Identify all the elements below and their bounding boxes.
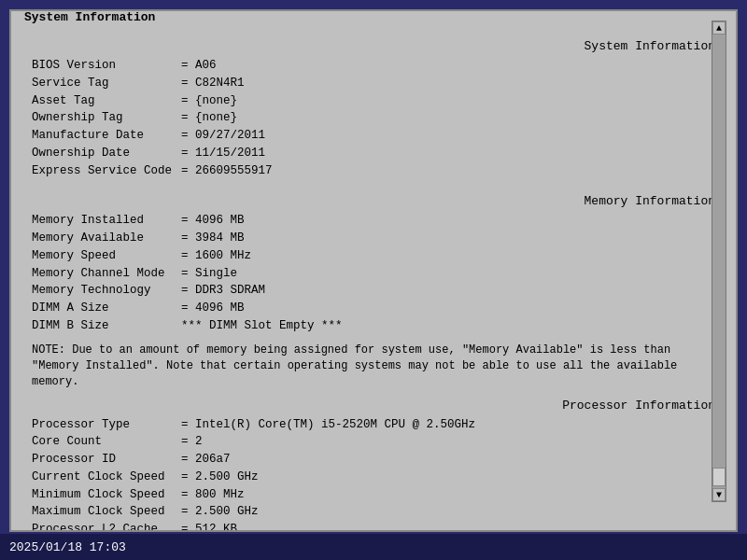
row-label: Memory Technology	[32, 282, 181, 300]
memory-section-header: Memory Information	[32, 194, 715, 208]
row-value: = 11/15/2011	[181, 145, 265, 162]
row-label: Current Clock Speed	[32, 469, 181, 486]
row-label: Ownership Tag	[32, 109, 181, 127]
table-row: Processor ID= 206a7	[32, 451, 715, 469]
row-label: Memory Installed	[32, 212, 181, 230]
table-row: DIMM A Size= 4096 MB	[32, 300, 715, 317]
table-row: Minimum Clock Speed= 800 MHz	[32, 486, 715, 504]
table-row: Memory Channel Mode= Single	[32, 265, 715, 283]
row-value: = 512 KB	[181, 521, 237, 532]
table-row: Express Service Code= 26609555917	[32, 162, 715, 180]
table-row: Maximum Clock Speed= 2.500 GHz	[32, 503, 715, 521]
row-label: Core Count	[32, 433, 181, 451]
table-row: Memory Available= 3984 MB	[32, 230, 715, 247]
table-row: BIOS Version= A06	[32, 57, 715, 75]
processor-info-rows: Processor Type= Intel(R) Core(TM) i5-252…	[32, 416, 715, 532]
table-row: Ownership Date= 11/15/2011	[32, 145, 715, 162]
table-row: Manufacture Date= 09/27/2011	[32, 127, 715, 145]
table-row: Memory Speed= 1600 MHz	[32, 247, 715, 265]
row-value: = 206a7	[181, 451, 231, 469]
row-value: = A06	[181, 57, 217, 75]
row-label: Processor Type	[32, 416, 181, 434]
row-label: Processor ID	[32, 451, 181, 469]
row-value: = 26609555917	[181, 162, 273, 180]
row-value: = {none}	[181, 109, 237, 127]
row-value: = Single	[181, 265, 237, 283]
system-section-header: System Information	[32, 39, 715, 53]
row-value: = 800 MHz	[181, 486, 245, 504]
row-label: Express Service Code	[32, 162, 181, 180]
table-row: DIMM B Size*** DIMM Slot Empty ***	[32, 317, 715, 335]
row-value: = 1600 MHz	[181, 247, 251, 265]
row-value: *** DIMM Slot Empty ***	[181, 317, 343, 335]
row-value: = 2	[181, 433, 203, 451]
taskbar-datetime: 2025/01/18 17:03	[9, 540, 126, 554]
table-row: Asset Tag= {none}	[32, 92, 715, 110]
row-label: DIMM B Size	[32, 317, 181, 335]
scroll-down-arrow[interactable]: ▼	[712, 488, 726, 501]
table-row: Processor L2 Cache= 512 KB	[32, 521, 715, 532]
row-label: Processor L2 Cache	[32, 521, 181, 532]
panel-title: System Information	[21, 10, 159, 24]
row-value: = {none}	[181, 92, 237, 110]
row-value: = 4096 MB	[181, 300, 245, 317]
row-value: = DDR3 SDRAM	[181, 282, 265, 300]
row-label: Minimum Clock Speed	[32, 486, 181, 504]
row-label: Ownership Date	[32, 145, 181, 162]
table-row: Memory Technology= DDR3 SDRAM	[32, 282, 715, 300]
table-row: Service Tag= C82N4R1	[32, 75, 715, 92]
row-label: Service Tag	[32, 75, 181, 92]
row-label: Memory Channel Mode	[32, 265, 181, 283]
row-label: Manufacture Date	[32, 127, 181, 145]
taskbar: 2025/01/18 17:03	[0, 534, 747, 560]
row-label: DIMM A Size	[32, 300, 181, 317]
row-label: Memory Available	[32, 230, 181, 247]
row-label: Asset Tag	[32, 92, 181, 110]
main-panel: System Information System Information BI…	[9, 9, 738, 532]
table-row: Ownership Tag= {none}	[32, 109, 715, 127]
row-value: = Intel(R) Core(TM) i5-2520M CPU @ 2.50G…	[181, 416, 475, 434]
row-value: = 2.500 GHz	[181, 503, 259, 521]
processor-section-header: Processor Information	[32, 399, 715, 413]
scroll-up-arrow[interactable]: ▲	[712, 21, 726, 35]
row-value: = 3984 MB	[181, 230, 245, 247]
row-label: Maximum Clock Speed	[32, 503, 181, 521]
memory-note: NOTE: Due to an amount of memory being a…	[32, 343, 715, 391]
row-label: BIOS Version	[32, 57, 181, 75]
table-row: Memory Installed= 4096 MB	[32, 212, 715, 230]
table-row: Core Count= 2	[32, 433, 715, 451]
row-label: Memory Speed	[32, 247, 181, 265]
scrollbar-thumb[interactable]	[712, 468, 726, 486]
row-value: = 4096 MB	[181, 212, 245, 230]
table-row: Processor Type= Intel(R) Core(TM) i5-252…	[32, 416, 715, 434]
content-area: System Information BIOS Version= A06Serv…	[24, 30, 723, 532]
row-value: = 09/27/2011	[181, 127, 265, 145]
memory-info-rows: Memory Installed= 4096 MBMemory Availabl…	[32, 212, 715, 334]
row-value: = C82N4R1	[181, 75, 245, 92]
scrollbar[interactable]: ▲ ▼	[712, 21, 726, 502]
row-value: = 2.500 GHz	[181, 469, 259, 486]
system-info-rows: BIOS Version= A06Service Tag= C82N4R1Ass…	[32, 57, 715, 179]
table-row: Current Clock Speed= 2.500 GHz	[32, 469, 715, 486]
